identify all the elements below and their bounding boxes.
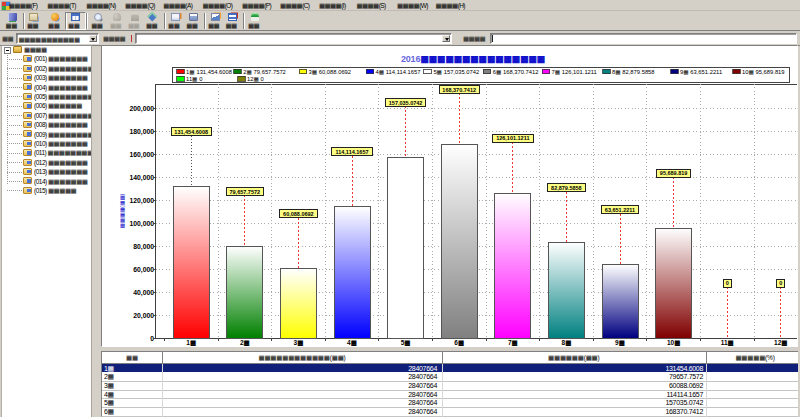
svg-text:60,000: 60,000 bbox=[133, 266, 154, 274]
svg-text:200,000: 200,000 bbox=[129, 105, 154, 113]
svg-text:82,879.5858: 82,879.5858 bbox=[551, 185, 582, 191]
svg-text:2▦: 2▦ bbox=[240, 339, 250, 346]
svg-text:1▦: 1▦ bbox=[186, 339, 196, 346]
svg-text:6▦ 168,370.7412: 6▦ 168,370.7412 bbox=[493, 69, 539, 75]
svg-text:63,651.2211: 63,651.2211 bbox=[605, 207, 635, 213]
svg-text:9▦: 9▦ bbox=[615, 339, 625, 346]
svg-text:3▦ 60,088.0692: 3▦ 60,088.0692 bbox=[309, 69, 352, 75]
svg-text:2▦ 79,657.7572: 2▦ 79,657.7572 bbox=[243, 69, 286, 75]
svg-text:1▦ 131,454.6008: 1▦ 131,454.6008 bbox=[186, 69, 232, 75]
svg-text:3▦: 3▦ bbox=[294, 339, 304, 346]
svg-text:126,101.1211: 126,101.1211 bbox=[496, 135, 529, 141]
svg-text:7▦: 7▦ bbox=[508, 339, 518, 346]
svg-text:79,657.7572: 79,657.7572 bbox=[230, 189, 261, 195]
svg-text:12▦: 12▦ bbox=[774, 339, 787, 346]
svg-text:12▦ 0: 12▦ 0 bbox=[247, 76, 264, 82]
svg-text:131,454.6008: 131,454.6008 bbox=[174, 129, 208, 135]
svg-text:40,000: 40,000 bbox=[133, 289, 154, 297]
svg-text:20,000: 20,000 bbox=[133, 312, 154, 320]
svg-text:120,000: 120,000 bbox=[129, 197, 154, 205]
svg-text:4▦: 4▦ bbox=[347, 339, 357, 346]
svg-text:8▦: 8▦ bbox=[562, 339, 572, 346]
svg-text:180,000: 180,000 bbox=[129, 128, 154, 136]
svg-text:7▦ 126,101.1211: 7▦ 126,101.1211 bbox=[552, 69, 597, 75]
svg-text:8▦ 82,879.5858: 8▦ 82,879.5858 bbox=[612, 69, 655, 75]
svg-text:10▦: 10▦ bbox=[667, 339, 680, 346]
svg-text:0: 0 bbox=[779, 280, 782, 286]
svg-text:60,088.0692: 60,088.0692 bbox=[283, 211, 314, 217]
svg-text:2016▦▦▦▦▦▦▦▦▦▦▦▦▦▦▦: 2016▦▦▦▦▦▦▦▦▦▦▦▦▦▦▦ bbox=[401, 54, 545, 64]
svg-text:157,035.0742: 157,035.0742 bbox=[389, 100, 423, 106]
svg-text:6▦: 6▦ bbox=[454, 339, 464, 346]
svg-text:160,000: 160,000 bbox=[129, 151, 154, 159]
svg-text:100,000: 100,000 bbox=[129, 220, 154, 228]
svg-text:5▦: 5▦ bbox=[401, 339, 411, 346]
svg-text:168,370.7412: 168,370.7412 bbox=[442, 87, 476, 93]
svg-text:80,000: 80,000 bbox=[133, 243, 154, 251]
svg-text:95,689.819: 95,689.819 bbox=[660, 170, 688, 176]
svg-text:9▦ 63,651.2211: 9▦ 63,651.2211 bbox=[680, 69, 722, 75]
svg-text:5▦ 157,035.0742: 5▦ 157,035.0742 bbox=[433, 69, 479, 75]
svg-text:▦▦▦▦(▦▦): ▦▦▦▦(▦▦) bbox=[119, 193, 125, 228]
svg-text:11▦ 0: 11▦ 0 bbox=[186, 76, 202, 82]
svg-text:10▦ 95,689.819: 10▦ 95,689.819 bbox=[742, 69, 785, 75]
svg-text:4▦ 114,114.1657: 4▦ 114,114.1657 bbox=[376, 69, 421, 75]
svg-text:140,000: 140,000 bbox=[129, 174, 154, 182]
svg-text:114,114.1657: 114,114.1657 bbox=[335, 149, 368, 155]
svg-text:0: 0 bbox=[726, 280, 729, 286]
svg-text:11▦: 11▦ bbox=[721, 339, 734, 346]
